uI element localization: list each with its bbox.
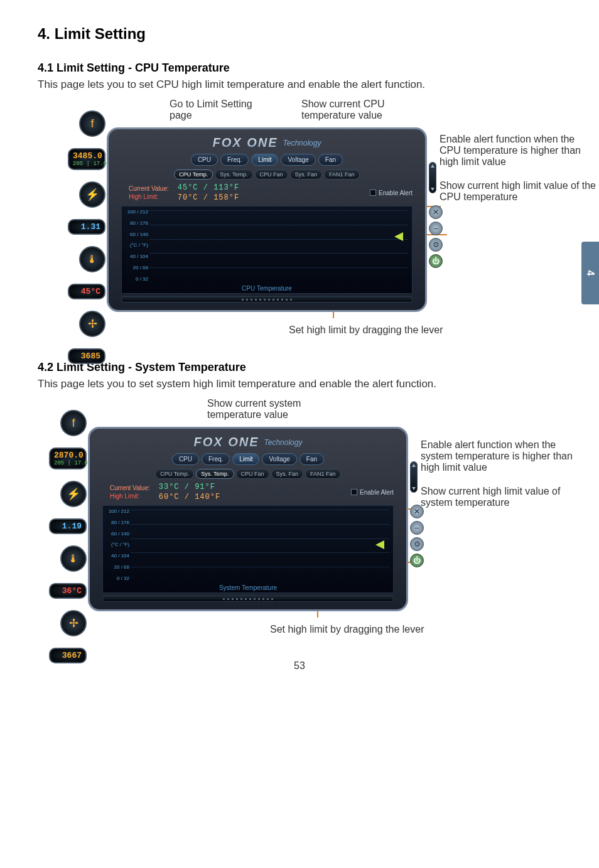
intro-4-1: This page lets you to set CPU high limit… <box>38 78 561 91</box>
high-limit-label: High Limit: <box>110 493 150 500</box>
subtab-sys-temp[interactable]: Sys. Temp. <box>196 469 234 479</box>
subtab-cpu-fan[interactable]: CPU Fan <box>236 469 269 479</box>
diagram-4-2: f 2870.0 205 | 17.0 ⚡ 1.19 🌡 36°C ✢ 3667… <box>38 427 561 611</box>
readout-temp: 36°C <box>49 583 87 599</box>
brand-sub-label: Technology <box>283 139 321 147</box>
current-value: 33°C / 91°F <box>159 483 220 491</box>
readout-freq: 3485.0 205 | 17.0 <box>68 148 105 170</box>
callout-drag-lever: Set high limit by dragging the lever <box>270 624 561 635</box>
main-tabs: CPU Freq. Limit Voltage Fan <box>116 154 418 166</box>
bolt-icon: ⚡ <box>79 181 105 208</box>
logo-icon: f <box>79 110 105 137</box>
subtab-cpu-temp[interactable]: CPU Temp. <box>155 469 194 479</box>
enable-alert-label: Enable Alert <box>379 190 413 196</box>
scroll-control[interactable] <box>429 162 436 193</box>
y-axis-labels: 100 / 212 80 / 176 60 / 140 (°C / °F) 40… <box>104 508 129 581</box>
fan-icon: ✢ <box>79 311 105 337</box>
thermo-icon: 🌡 <box>79 246 105 272</box>
checkbox-icon[interactable] <box>370 190 376 196</box>
y-axis-labels: 100 / 212 80 / 176 60 / 140 (°C / °F) 40… <box>123 209 148 282</box>
tab-voltage[interactable]: Voltage <box>262 453 296 465</box>
side-readouts: f 2870.0 205 | 17.0 ⚡ 1.19 🌡 36°C ✢ 3667 <box>24 410 87 663</box>
settings-icon[interactable]: ⚙ <box>410 537 424 551</box>
diagram-4-1: f 3485.0 205 | 17.0 ⚡ 1.31 🌡 45°C ✢ 3685… <box>38 127 561 312</box>
fan-icon: ✢ <box>60 610 87 636</box>
chart-title: CPU Temperature <box>122 285 412 292</box>
logo-icon: f <box>60 410 87 436</box>
callout-current-cpu-temp: Show current CPU temperature value <box>301 99 408 121</box>
playbar[interactable] <box>102 596 394 602</box>
side-readouts: f 3485.0 205 | 17.0 ⚡ 1.31 🌡 45°C ✢ 3685 <box>43 110 105 364</box>
heading-4-2: 4.2 Limit Setting - System Temperature <box>38 361 561 374</box>
tab-fan[interactable]: Fan <box>300 453 324 465</box>
chart-grid <box>131 510 389 581</box>
checkbox-icon[interactable] <box>351 489 357 495</box>
callout-current-sys-temp: Show current system temperature value <box>207 398 333 421</box>
callout-high-limit: Show current high limit value of the CPU… <box>440 180 596 203</box>
readout-volt: 1.19 <box>49 518 87 534</box>
chart-title: System Temperature <box>103 584 393 591</box>
tab-voltage[interactable]: Voltage <box>281 154 315 166</box>
current-value-label: Current Value: <box>129 185 169 192</box>
current-value: 45°C / 113°F <box>178 183 239 192</box>
sub-tabs: CPU Temp. Sys. Temp. CPU Fan Sys. Fan FA… <box>97 469 399 479</box>
tab-fan[interactable]: Fan <box>318 154 343 166</box>
chart-grid <box>149 210 408 282</box>
bolt-icon: ⚡ <box>60 481 87 507</box>
intro-4-2: This page lets you to set system high li… <box>38 378 561 390</box>
subtab-sys-fan[interactable]: Sys. Fan <box>290 169 323 179</box>
readout-volt: 1.31 <box>68 219 105 235</box>
limit-lever[interactable] <box>375 540 384 549</box>
readout-temp: 45°C <box>68 284 105 299</box>
power-icon[interactable]: ⏻ <box>410 554 424 567</box>
tab-limit[interactable]: Limit <box>251 154 278 166</box>
foxone-window: f 2870.0 205 | 17.0 ⚡ 1.19 🌡 36°C ✢ 3667… <box>88 427 408 611</box>
sys-temp-chart: 100 / 212 80 / 176 60 / 140 (°C / °F) 40… <box>102 505 394 593</box>
power-icon[interactable]: ⏻ <box>429 254 443 268</box>
section-4-2: 4.2 Limit Setting - System Temperature T… <box>38 361 561 635</box>
section-4-1: 4.1 Limit Setting - CPU Temperature This… <box>38 62 561 336</box>
heading-4-1: 4.1 Limit Setting - CPU Temperature <box>38 62 561 75</box>
enable-alert-checkbox[interactable]: Enable Alert <box>370 190 413 196</box>
readout-fan: 3685 <box>68 348 105 364</box>
tab-cpu[interactable]: CPU <box>191 154 218 166</box>
brand-sub-label: Technology <box>264 438 303 447</box>
scroll-control[interactable] <box>410 461 418 493</box>
callout-high-limit: Show current high limit value of system … <box>421 486 578 508</box>
foxone-window: f 3485.0 205 | 17.0 ⚡ 1.31 🌡 45°C ✢ 3685… <box>107 127 427 312</box>
tab-freq[interactable]: Freq. <box>202 453 230 465</box>
subtab-cpu-temp[interactable]: CPU Temp. <box>174 169 213 179</box>
limit-lever[interactable] <box>394 232 403 241</box>
callout-enable-alert: Enable alert function when the CPU tempe… <box>440 134 596 168</box>
callout-drag-lever: Set high limit by dragging the lever <box>289 324 561 336</box>
tab-freq[interactable]: Freq. <box>220 154 249 166</box>
enable-alert-checkbox[interactable]: Enable Alert <box>351 489 394 496</box>
page-number: 53 <box>38 660 561 672</box>
brand-label: FOX ONE <box>194 435 259 449</box>
minimize-icon[interactable]: – <box>429 222 443 235</box>
playbar[interactable] <box>121 296 413 303</box>
high-limit-label: High Limit: <box>129 193 169 200</box>
main-tabs: CPU Freq. Limit Voltage Fan <box>97 453 399 465</box>
brand-label: FOX ONE <box>213 136 278 150</box>
subtab-fan1-fan[interactable]: FAN1 Fan <box>305 469 341 479</box>
subtab-sys-temp[interactable]: Sys. Temp. <box>215 169 252 179</box>
tab-limit[interactable]: Limit <box>232 453 259 465</box>
enable-alert-label: Enable Alert <box>360 489 394 496</box>
page-title: 4. Limit Setting <box>38 25 561 43</box>
sub-tabs: CPU Temp. Sys. Temp. CPU Fan Sys. Fan FA… <box>116 169 418 179</box>
subtab-sys-fan[interactable]: Sys. Fan <box>271 469 304 479</box>
readout-freq: 2870.0 205 | 17.0 <box>49 447 87 469</box>
high-limit-value: 60°C / 140°F <box>159 493 220 501</box>
subtab-fan1-fan[interactable]: FAN1 Fan <box>324 169 360 179</box>
settings-icon[interactable]: ⚙ <box>429 238 443 252</box>
callout-enable-alert: Enable alert function when the system te… <box>421 439 578 473</box>
cpu-temp-chart: 100 / 212 80 / 176 60 / 140 (°C / °F) 40… <box>121 206 413 294</box>
current-value-label: Current Value: <box>110 485 150 491</box>
tab-cpu[interactable]: CPU <box>172 453 199 465</box>
callout-goto-limit: Go to Limit Setting page <box>170 99 276 121</box>
high-limit-value: 70°C / 158°F <box>178 193 239 202</box>
readout-fan: 3667 <box>49 648 87 663</box>
minimize-icon[interactable]: – <box>410 521 424 535</box>
subtab-cpu-fan[interactable]: CPU Fan <box>255 169 288 179</box>
